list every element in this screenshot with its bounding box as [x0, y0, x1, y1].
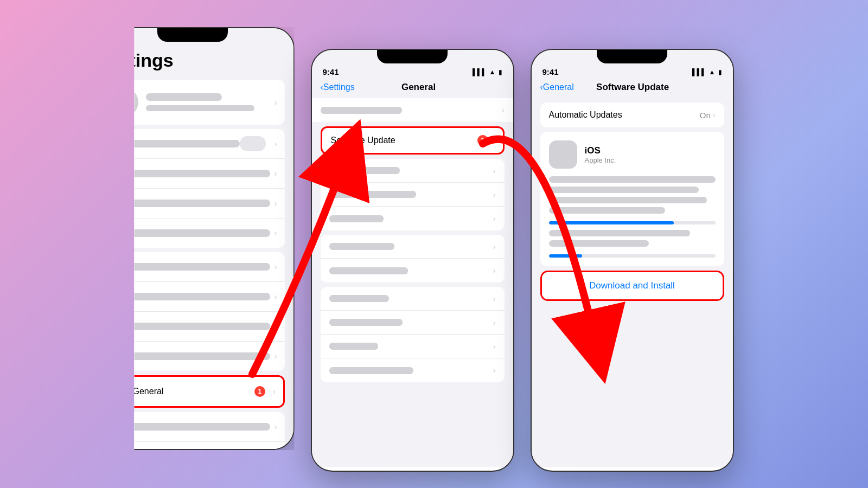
- settings-row-orange[interactable]: ›: [101, 129, 285, 159]
- settings-row-blue2[interactable]: ›: [101, 189, 285, 219]
- notch-2: [377, 50, 448, 63]
- chevron-icon: ›: [493, 266, 496, 275]
- settings-row-purple2[interactable]: ›: [101, 342, 285, 371]
- profile-name-placeholder: [146, 93, 222, 101]
- profile-row[interactable]: ›: [101, 80, 285, 125]
- list-item-6[interactable]: ›: [321, 287, 505, 311]
- download-install-button[interactable]: Download and Install: [542, 272, 723, 299]
- row-label-7: [131, 323, 270, 330]
- software-update-inner[interactable]: Software Update 1 ›: [322, 128, 503, 153]
- profile-info: [146, 93, 270, 111]
- list-item-3[interactable]: ›: [321, 207, 505, 230]
- chevron-icon: ›: [275, 169, 277, 178]
- ph: [329, 295, 389, 302]
- software-update-label: Software Update: [331, 136, 477, 145]
- automatic-updates-value: On: [700, 111, 711, 120]
- nav-bar-2: ‹ Settings General: [312, 79, 513, 98]
- general-label: General: [133, 387, 254, 396]
- ios-icon: [549, 140, 577, 169]
- signal-icon-3: ▌▌▌: [692, 68, 706, 76]
- gear-icon: ⚙: [110, 383, 126, 400]
- settings-section-3: › ›: [101, 412, 285, 450]
- ph: [329, 243, 394, 250]
- blue3-icon: [108, 448, 125, 450]
- chevron-icon: ›: [273, 387, 276, 396]
- chevron-icon: ›: [493, 166, 496, 175]
- list-item-4[interactable]: ›: [321, 235, 505, 259]
- blue1-icon: [108, 165, 125, 182]
- signal-icon: ▌▌▌: [473, 68, 487, 76]
- automatic-updates-section: Automatic Updates On ›: [540, 102, 724, 127]
- status-icons-3: ▌▌▌ ▲ ▮: [692, 68, 722, 76]
- nav-title-3: Software Update: [574, 82, 692, 93]
- wifi-icon-3: ▲: [709, 68, 716, 76]
- ios-info: iOS Apple Inc.: [585, 145, 616, 164]
- time-3: 9:41: [542, 67, 559, 76]
- chevron-icon: ›: [493, 294, 496, 303]
- settings-row-pink[interactable]: ›: [101, 282, 285, 312]
- ios-update-card: iOS Apple Inc.: [540, 132, 724, 266]
- chevron-icon: ›: [492, 136, 494, 145]
- list-item-1[interactable]: ›: [321, 159, 505, 183]
- list-item-2[interactable]: ›: [321, 183, 505, 207]
- list-item-9[interactable]: ›: [321, 358, 505, 382]
- chevron-icon: ›: [493, 214, 496, 223]
- list-item-7[interactable]: ›: [321, 311, 505, 335]
- ios-subtitle: Apple Inc.: [585, 156, 616, 164]
- settings-row-red1[interactable]: ›: [101, 252, 285, 282]
- red1-icon: [108, 259, 125, 275]
- desc-line-4: [549, 207, 666, 214]
- automatic-updates-label: Automatic Updates: [549, 110, 700, 120]
- avatar: [108, 87, 138, 117]
- list-item-top[interactable]: ›: [312, 98, 513, 122]
- settings-row-blue3[interactable]: ›: [101, 442, 285, 450]
- chevron-icon: ›: [493, 342, 496, 351]
- ios-title: iOS: [585, 145, 616, 156]
- desc-line-5: [549, 230, 691, 236]
- orange-icon: [108, 136, 125, 152]
- automatic-updates-row[interactable]: Automatic Updates On ›: [540, 102, 724, 127]
- general-row-inner[interactable]: ⚙ General 1 ›: [103, 377, 283, 406]
- general-content: › Software Update 1 › › ›: [312, 98, 513, 467]
- progress-track-1: [549, 221, 716, 224]
- general-list-2: › ›: [321, 235, 505, 282]
- ios-header: iOS Apple Inc.: [549, 140, 716, 169]
- chevron-icon: ›: [275, 322, 277, 331]
- settings-row-green[interactable]: ›: [101, 219, 285, 248]
- settings-row-red2[interactable]: ›: [101, 412, 285, 442]
- ios-description: [549, 176, 716, 214]
- placeholder-bar: [321, 107, 402, 114]
- row-label-8: [131, 352, 270, 360]
- chevron-icon: ›: [493, 190, 496, 199]
- ph: [329, 167, 400, 174]
- top-row: ›: [312, 98, 513, 122]
- ph: [329, 343, 378, 350]
- ph: [329, 319, 403, 326]
- chevron-icon: ›: [275, 98, 277, 107]
- notch-3: [597, 50, 667, 63]
- settings-section-2: › › › ›: [101, 252, 285, 371]
- purple2-icon: [108, 348, 125, 364]
- desc-line-6: [549, 240, 649, 247]
- wifi-icon: ▲: [489, 68, 496, 76]
- status-icons-2: ▌▌▌ ▲ ▮: [473, 68, 502, 76]
- phone-general: 9:41 ▌▌▌ ▲ ▮ ‹ Settings General ›: [311, 49, 514, 472]
- general-list-3: › › › ›: [321, 287, 505, 382]
- nav-bar-3: ‹ General Software Update: [532, 79, 733, 98]
- general-row-highlighted[interactable]: ⚙ General 1 ›: [101, 375, 285, 408]
- software-update-row-highlighted[interactable]: Software Update 1 ›: [321, 126, 505, 155]
- chevron-icon: ›: [275, 139, 277, 148]
- chevron-icon: ›: [493, 366, 496, 375]
- settings-row-purple1[interactable]: ›: [101, 312, 285, 342]
- list-item-5[interactable]: ›: [321, 259, 505, 282]
- ph: [329, 215, 384, 222]
- desc-line-2: [549, 187, 699, 193]
- desc-line-1: [549, 176, 716, 183]
- download-btn-highlighted[interactable]: Download and Install: [540, 271, 724, 301]
- time-2: 9:41: [323, 67, 339, 76]
- settings-row-blue1[interactable]: ›: [101, 159, 285, 189]
- back-label-3[interactable]: General: [543, 82, 574, 92]
- toggle-1[interactable]: [240, 136, 266, 151]
- back-label-2[interactable]: Settings: [323, 82, 355, 92]
- list-item-8[interactable]: ›: [321, 335, 505, 358]
